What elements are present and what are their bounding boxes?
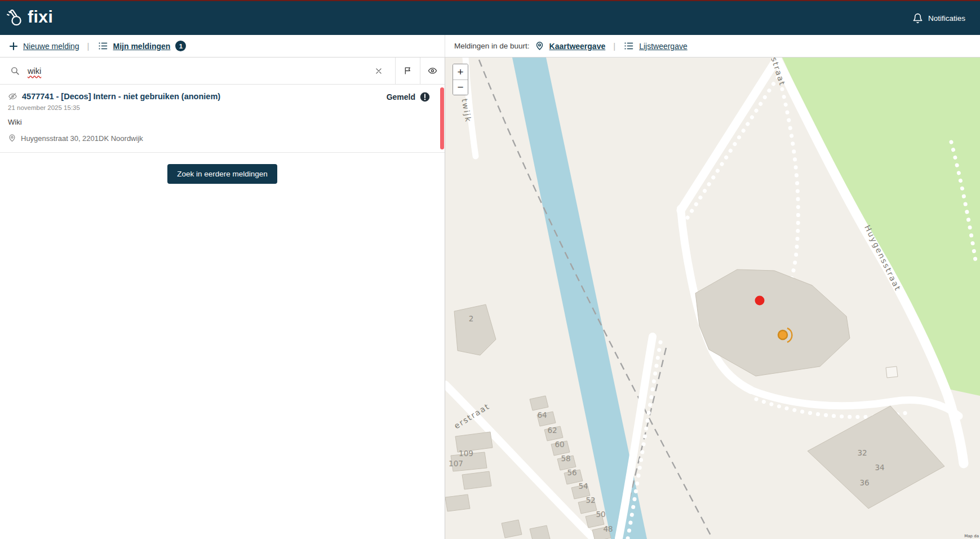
reports-panel: wiki [0, 58, 445, 539]
house-number: 109 [459, 449, 473, 458]
flag-filter-button[interactable] [395, 58, 420, 84]
report-title-link[interactable]: 4577741 - [Decos] Intern - niet gebruike… [22, 92, 220, 101]
house-number: 54 [578, 481, 588, 491]
zoom-control: + − [453, 64, 468, 95]
plus-icon [9, 42, 18, 51]
eye-off-icon [8, 92, 17, 101]
bell-icon [912, 13, 923, 24]
divider: | [87, 41, 90, 51]
house-number: 62 [547, 426, 557, 435]
pointing-hand-icon [7, 10, 24, 27]
top-bar: fixi Notificaties [0, 1, 980, 35]
status-exclamation-icon [420, 92, 430, 102]
report-address: Huygensstraat 30, 2201DK Noordwijk [21, 134, 143, 143]
map-panel[interactable]: 2 64 62 60 58 56 54 52 50 48 109 107 32 … [445, 58, 980, 539]
my-reports-count-badge: 1 [175, 41, 186, 51]
report-location-row: Huygensstraat 30, 2201DK Noordwijk [8, 134, 430, 143]
house-number: 50 [596, 510, 605, 519]
house-number: 2 [469, 314, 474, 323]
list-view-tab[interactable]: Lijstweergave [639, 42, 688, 51]
search-icon [10, 66, 20, 76]
report-status: Gemeld [387, 92, 430, 102]
report-date: 21 november 2025 15:35 [8, 104, 430, 111]
report-header: 4577741 - [Decos] Intern - niet gebruike… [8, 92, 430, 102]
zoom-out-button[interactable]: − [453, 79, 468, 95]
house-number: 56 [567, 468, 577, 477]
list-view-icon [623, 41, 634, 51]
nav-right-group: Meldingen in de buurt: Kaartweergave | L… [445, 35, 980, 57]
house-number: 58 [561, 454, 570, 463]
report-marker-orange[interactable] [778, 330, 787, 339]
search-row: wiki [0, 58, 445, 85]
clear-search-button[interactable] [373, 67, 385, 75]
search-older-reports-button[interactable]: Zoek in eerdere meldingen [167, 164, 277, 184]
house-number: 60 [555, 440, 564, 449]
secondary-nav: Nieuwe melding | Mijn meldingen 1 Meldin… [0, 35, 980, 58]
flag-icon [403, 66, 413, 76]
divider: | [613, 41, 615, 51]
notifications-button[interactable]: Notificaties [912, 13, 965, 24]
report-category: Wiki [8, 118, 430, 126]
map-canvas[interactable]: 2 64 62 60 58 56 54 52 50 48 109 107 32 … [445, 58, 980, 539]
new-report-link[interactable]: Nieuwe melding [23, 42, 79, 51]
status-color-bar [440, 87, 444, 149]
house-number: 107 [449, 459, 463, 468]
list-icon [97, 41, 108, 51]
house-number: 32 [857, 448, 867, 457]
map-small-building [886, 366, 898, 378]
my-reports-link[interactable]: Mijn meldingen [113, 42, 171, 51]
location-pin-icon [8, 134, 16, 143]
house-number: 64 [537, 410, 547, 419]
house-number: 36 [859, 478, 869, 487]
notifications-label: Notificaties [928, 14, 965, 23]
search-field[interactable]: wiki [0, 58, 395, 84]
report-list-item[interactable]: 4577741 - [Decos] Intern - niet gebruike… [0, 85, 445, 153]
house-number: 34 [875, 463, 884, 472]
search-input[interactable]: wiki [28, 67, 365, 76]
map-pin-icon [535, 41, 544, 51]
nearby-label: Meldingen in de buurt: [454, 42, 530, 50]
main-content: wiki [0, 58, 980, 539]
report-marker-red[interactable] [755, 296, 765, 306]
map-attribution: Map da [964, 534, 979, 538]
zoom-in-button[interactable]: + [453, 64, 468, 79]
logo-text: fixi [28, 8, 53, 28]
visibility-filter-button[interactable] [420, 58, 445, 84]
report-title-row: 4577741 - [Decos] Intern - niet gebruike… [8, 92, 220, 101]
map-view-tab[interactable]: Kaartweergave [549, 42, 606, 51]
eye-icon [427, 66, 438, 76]
nav-left-group: Nieuwe melding | Mijn meldingen 1 [0, 35, 445, 57]
status-label: Gemeld [387, 92, 415, 101]
house-number: 52 [586, 496, 595, 505]
house-number: 48 [603, 524, 613, 533]
fixi-logo[interactable]: fixi [7, 8, 53, 28]
older-search-wrap: Zoek in eerdere meldingen [0, 153, 445, 195]
